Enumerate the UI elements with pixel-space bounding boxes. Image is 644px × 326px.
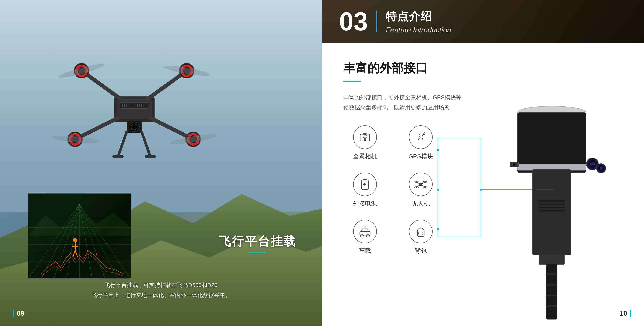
- icon-label-panorama: 全景相机: [353, 152, 377, 161]
- icon-circle-car: [353, 220, 377, 243]
- icon-label-power: 外接电源: [353, 199, 377, 208]
- left-panel: 飞行平台挂载 飞行平台挂载，可支持挂载在飞马D500和D20 飞行平台上，进行空…: [0, 0, 322, 326]
- svg-point-101: [437, 228, 439, 230]
- icon-circle-power: [353, 172, 377, 196]
- svg-rect-128: [546, 264, 557, 319]
- icon-power: 外接电源: [344, 172, 386, 215]
- right-panel: 03 特点介绍 Feature Introduction 丰富的外部接口 丰富的…: [322, 0, 644, 326]
- header-number: 03: [339, 8, 368, 34]
- icon-panorama: 360 全景相机: [344, 125, 386, 168]
- flight-title-text: 飞行平台挂载: [219, 233, 296, 250]
- page-num-text-right: 10: [620, 310, 627, 318]
- lidar-visualization: [28, 193, 130, 278]
- svg-rect-124: [539, 204, 564, 205]
- svg-point-60: [96, 253, 97, 255]
- svg-point-82: [416, 181, 417, 182]
- svg-rect-89: [360, 231, 370, 236]
- section-underline: [344, 81, 361, 82]
- svg-rect-129: [546, 273, 558, 275]
- svg-text:360: 360: [363, 134, 367, 137]
- svg-rect-130: [546, 284, 558, 286]
- page-num-text-left: 09: [17, 310, 24, 318]
- svg-point-88: [424, 187, 426, 188]
- svg-line-65: [75, 251, 78, 257]
- drone-illustration: [11, 17, 258, 189]
- svg-rect-118: [532, 169, 571, 255]
- svg-rect-123: [539, 200, 564, 202]
- svg-point-112: [592, 163, 594, 165]
- svg-rect-95: [417, 229, 424, 237]
- svg-line-37: [118, 132, 127, 157]
- svg-point-115: [600, 167, 602, 170]
- icons-connection-container: 360 全景相机: [344, 125, 622, 263]
- car-icon: [358, 225, 371, 238]
- icon-circle-gps: [409, 125, 432, 149]
- svg-point-86: [416, 187, 417, 188]
- gps-icon: [414, 131, 427, 144]
- svg-point-72: [419, 134, 422, 137]
- backpack-icon: [414, 225, 427, 238]
- svg-rect-131: [546, 295, 558, 297]
- icon-car: 车载: [344, 220, 386, 263]
- desc-line2: 使数据采集多样化，以适用更多的应用场景。: [344, 102, 494, 113]
- svg-line-49: [80, 204, 130, 279]
- device-container: [476, 87, 627, 323]
- svg-rect-74: [363, 179, 364, 180]
- icon-label-drone: 无人机: [412, 199, 430, 208]
- drone-icon: [414, 178, 427, 191]
- header-text-group: 特点介绍 Feature Introduction: [386, 9, 451, 34]
- flight-title-group: 飞行平台挂载: [219, 233, 296, 253]
- svg-rect-107: [517, 113, 586, 172]
- section-description: 丰富的外部接口，可外接全景相机、GPS模块等， 使数据采集多样化，以适用更多的应…: [344, 92, 494, 113]
- svg-point-117: [512, 163, 516, 166]
- flight-title-underline: [249, 252, 266, 253]
- svg-point-70: [364, 138, 366, 140]
- header-chinese-title: 特点介绍: [386, 9, 451, 24]
- left-desc-line1: 飞行平台挂载，可支持挂载在飞马D500和D20: [0, 280, 322, 290]
- icon-label-car: 车载: [359, 247, 371, 255]
- lidar-scan-inset: [28, 193, 131, 279]
- svg-point-84: [424, 181, 426, 182]
- left-desc-line2: 飞行平台上，进行空地一体化、室内外一体化数据采集。: [0, 290, 322, 300]
- power-icon: [358, 178, 371, 191]
- svg-point-59: [87, 250, 89, 251]
- svg-rect-127: [539, 254, 564, 265]
- page-number-right: 10: [620, 310, 631, 318]
- section-title: 丰富的外部接口: [344, 60, 622, 76]
- icon-circle-backpack: [409, 220, 432, 243]
- panorama-icon: 360: [358, 131, 371, 144]
- svg-rect-98: [438, 138, 481, 237]
- svg-rect-76: [419, 183, 422, 186]
- svg-rect-71: [363, 133, 367, 135]
- svg-point-16: [131, 124, 137, 130]
- lidar-device-svg: [476, 87, 627, 323]
- icon-circle-panorama: 360: [353, 125, 377, 149]
- right-content-area: 丰富的外部接口 丰富的外部接口，可外接全景相机、GPS模块等， 使数据采集多样化…: [322, 43, 644, 280]
- svg-point-100: [437, 189, 439, 191]
- icon-circle-drone: [409, 172, 432, 196]
- desc-line1: 丰富的外部接口，可外接全景相机、GPS模块等，: [344, 92, 494, 102]
- icon-label-gps: GPS模块: [408, 152, 433, 161]
- icon-label-backpack: 背包: [415, 247, 427, 255]
- svg-line-38: [142, 132, 150, 157]
- svg-line-64: [72, 251, 75, 257]
- svg-point-99: [437, 149, 439, 151]
- drone-container: [11, 17, 258, 189]
- right-header: 03 特点介绍 Feature Introduction: [322, 0, 644, 43]
- svg-rect-125: [539, 207, 564, 208]
- svg-rect-75: [365, 179, 367, 180]
- svg-marker-66: [28, 210, 130, 236]
- svg-rect-132: [546, 306, 558, 307]
- left-description: 飞行平台挂载，可支持挂载在飞马D500和D20 飞行平台上，进行空地一体化、室内…: [0, 280, 322, 300]
- header-divider: [376, 11, 377, 32]
- svg-rect-126: [539, 210, 564, 211]
- page-num-bar-left: [13, 310, 14, 318]
- svg-point-57: [70, 252, 72, 254]
- svg-point-61: [73, 238, 77, 242]
- page-num-bar-right: [630, 310, 631, 318]
- page-number-left: 09: [13, 310, 24, 318]
- header-overlay: [322, 0, 644, 43]
- header-english-title: Feature Introduction: [386, 26, 451, 34]
- svg-point-58: [79, 254, 80, 256]
- icons-grid: 360 全景相机: [344, 125, 442, 263]
